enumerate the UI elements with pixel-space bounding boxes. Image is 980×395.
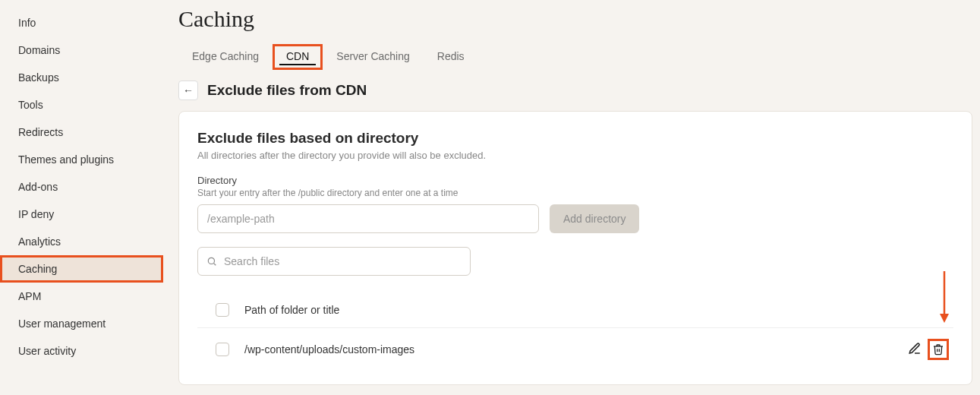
directory-hint: Start your entry after the /public direc… — [197, 188, 953, 198]
subheader: ← Exclude files from CDN — [178, 81, 972, 100]
back-button[interactable]: ← — [178, 81, 198, 100]
sidebar-item-analytics[interactable]: Analytics — [0, 228, 163, 255]
sidebar-item-label: Themes and plugins — [18, 153, 114, 166]
sidebar-item-themes-plugins[interactable]: Themes and plugins — [0, 146, 163, 173]
tabs: Edge Caching CDN Server Caching Redis — [178, 44, 972, 70]
sidebar-item-ip-deny[interactable]: IP deny — [0, 201, 163, 228]
sidebar-item-label: Caching — [18, 263, 57, 275]
search-wrap — [197, 247, 471, 276]
exclude-card: Exclude files based on directory All dir… — [178, 111, 972, 385]
directory-input-row: Add directory — [197, 204, 953, 233]
tab-server-caching[interactable]: Server Caching — [323, 44, 424, 70]
arrow-left-icon: ← — [183, 84, 194, 96]
sidebar-item-add-ons[interactable]: Add-ons — [0, 173, 163, 201]
section-title: Exclude files based on directory — [197, 130, 953, 147]
tab-label: Redis — [437, 50, 465, 62]
sidebar-item-redirects[interactable]: Redirects — [0, 118, 163, 146]
sidebar-item-label: Tools — [18, 99, 43, 111]
sidebar: Info Domains Backups Tools Redirects The… — [0, 0, 163, 395]
directory-label: Directory — [197, 175, 953, 186]
delete-button[interactable] — [928, 339, 949, 360]
tab-redis[interactable]: Redis — [424, 44, 478, 70]
sidebar-item-apm[interactable]: APM — [0, 283, 163, 310]
add-directory-button[interactable]: Add directory — [550, 204, 639, 233]
svg-marker-3 — [940, 314, 949, 323]
svg-point-0 — [208, 258, 214, 264]
tab-label: CDN — [286, 50, 309, 62]
directory-input[interactable] — [197, 204, 539, 233]
sidebar-item-label: Domains — [18, 44, 60, 56]
section-desc: All directories after the directory you … — [197, 150, 953, 161]
subheader-title: Exclude files from CDN — [207, 82, 367, 99]
sidebar-item-label: Info — [18, 17, 36, 29]
tab-edge-caching[interactable]: Edge Caching — [178, 44, 273, 70]
sidebar-item-label: Backups — [18, 71, 59, 84]
sidebar-item-user-management[interactable]: User management — [0, 310, 163, 337]
row-path: /wp-content/uploads/custom-images — [244, 343, 414, 356]
select-all-checkbox[interactable] — [216, 303, 229, 317]
list-row: /wp-content/uploads/custom-images — [197, 328, 953, 371]
sidebar-item-label: User management — [18, 318, 106, 330]
list-header: Path of folder or title — [197, 292, 953, 328]
edit-icon[interactable] — [908, 342, 922, 358]
tab-label: Edge Caching — [192, 50, 259, 62]
sidebar-item-label: IP deny — [18, 208, 54, 220]
sidebar-item-label: Redirects — [18, 126, 63, 138]
row-checkbox[interactable] — [216, 343, 229, 356]
sidebar-item-label: User activity — [18, 345, 76, 357]
list-header-label: Path of folder or title — [244, 304, 339, 316]
main: Caching Edge Caching CDN Server Caching … — [163, 0, 980, 395]
sidebar-item-caching[interactable]: Caching — [0, 255, 163, 283]
arrow-annotation-icon — [938, 271, 950, 324]
tab-cdn[interactable]: CDN — [273, 44, 323, 70]
search-input[interactable] — [197, 247, 471, 276]
svg-line-1 — [214, 264, 216, 266]
sidebar-item-label: Add-ons — [18, 181, 58, 193]
sidebar-item-backups[interactable]: Backups — [0, 64, 163, 91]
sidebar-item-tools[interactable]: Tools — [0, 91, 163, 118]
sidebar-item-label: Analytics — [18, 235, 61, 248]
tab-label: Server Caching — [336, 50, 410, 62]
trash-icon — [932, 343, 944, 356]
file-list: Path of folder or title /wp-content/uplo… — [197, 292, 953, 371]
sidebar-item-info[interactable]: Info — [0, 9, 163, 36]
sidebar-item-domains[interactable]: Domains — [0, 36, 163, 64]
sidebar-item-label: APM — [18, 290, 41, 302]
search-icon — [206, 256, 217, 267]
row-actions — [908, 339, 949, 360]
sidebar-item-user-activity[interactable]: User activity — [0, 337, 163, 365]
page-title: Caching — [178, 6, 972, 32]
